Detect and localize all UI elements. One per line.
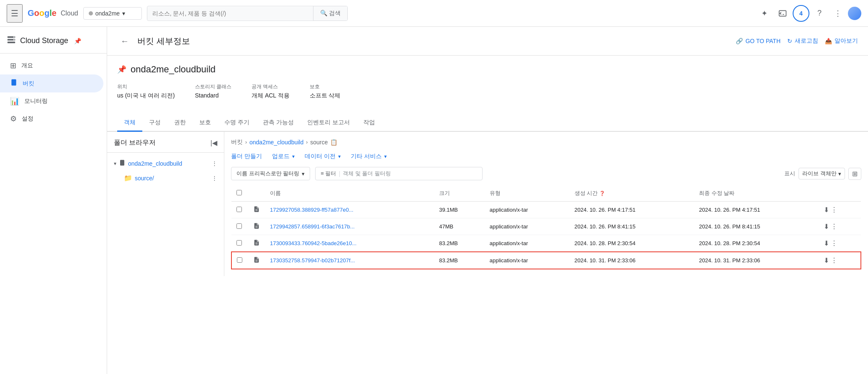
view-grid-button[interactable]: ⊞ — [848, 168, 861, 180]
sparkle-button[interactable]: ✦ — [756, 5, 773, 22]
row-checkbox-cell — [231, 218, 248, 235]
file-name-link[interactable]: 1729927058.388929-ff57a877e0... — [270, 207, 353, 213]
root-folder-more[interactable]: ⋮ — [212, 160, 217, 167]
row-checkbox[interactable] — [236, 223, 242, 229]
search-input[interactable] — [147, 7, 313, 20]
help-button[interactable]: ? — [811, 5, 828, 22]
bucket-pin-icon: 📌 — [117, 65, 126, 74]
terminal-button[interactable] — [774, 5, 791, 22]
sidebar-item-monitoring[interactable]: 📊 모니터링 — [0, 92, 103, 110]
refresh-icon: ↻ — [787, 38, 792, 44]
download-button[interactable]: ⬇ — [824, 239, 829, 247]
dropdown-icon: ▾ — [122, 10, 125, 17]
folder-browser-title: 폴더 브라우저 — [114, 138, 156, 147]
action-bar: 폴더 만들기 업로드 ▾ 데이터 이전 ▾ 기타 서비스 ▾ — [231, 153, 861, 160]
breadcrumb: 버킷 › onda2me_cloudbuild › source 📋 — [231, 138, 861, 146]
view-select[interactable]: 라이브 객체만 ▾ — [799, 168, 845, 179]
bucket-name-row: 📌 onda2me_cloudbuild — [117, 64, 858, 75]
file-icon — [253, 258, 260, 264]
folder-item-root[interactable]: ▾ onda2me_cloudbuild ⋮ — [107, 156, 224, 171]
upload-button[interactable]: 업로드 ▾ — [272, 153, 295, 160]
other-services-button[interactable]: 기타 서비스 ▾ — [351, 153, 387, 160]
th-icon — [248, 185, 265, 202]
row-more-button[interactable]: ⋮ — [831, 206, 837, 214]
root-folder-name[interactable]: onda2me_cloudbuild — [128, 160, 182, 167]
row-more-button[interactable]: ⋮ — [831, 256, 837, 264]
row-checkbox[interactable] — [237, 257, 242, 263]
row-created-cell: 2024. 10. 28. PM 2:30:54 — [570, 235, 694, 252]
name-filter-select[interactable]: 이름 프리픽스로만 필터링 ▾ — [231, 167, 310, 180]
file-name-link[interactable]: 1730093433.760942-5bade26e10... — [270, 240, 357, 246]
row-more-button[interactable]: ⋮ — [831, 223, 837, 231]
project-selector[interactable]: onda2me ▾ — [83, 7, 142, 20]
download-button[interactable]: ⬇ — [824, 256, 829, 264]
tab-permissions[interactable]: 권한 — [167, 115, 193, 132]
create-folder-button[interactable]: 폴더 만들기 — [231, 153, 262, 160]
th-type[interactable]: 유형 — [485, 185, 570, 202]
view-value: 라이브 객체만 — [802, 170, 837, 177]
select-all-checkbox[interactable] — [236, 190, 242, 195]
refresh-button[interactable]: ↻ 새로고침 — [787, 37, 818, 45]
notification-button[interactable]: 4 — [793, 5, 809, 22]
th-name[interactable]: 이름 — [265, 185, 434, 202]
row-type-cell: application/x-tar — [485, 252, 570, 269]
file-icon — [253, 241, 260, 247]
subfolder-item-source[interactable]: 📁 source/ ⋮ — [107, 171, 224, 185]
storage-class-value: Standard — [195, 92, 231, 99]
download-button[interactable]: ⬇ — [824, 206, 829, 214]
help-icon[interactable]: ❓ — [599, 191, 605, 196]
row-type-cell: application/x-tar — [485, 235, 570, 252]
hamburger-menu[interactable]: ☰ — [7, 4, 23, 23]
filter-placeholder[interactable]: 객체 및 폴더 필터링 — [343, 170, 391, 177]
row-icon-cell — [248, 202, 265, 218]
collapse-button[interactable]: |◀ — [211, 139, 217, 147]
row-icon-cell — [248, 252, 265, 269]
tab-config[interactable]: 구성 — [142, 115, 167, 132]
transfer-arrow: ▾ — [338, 154, 341, 159]
th-size[interactable]: 크기 — [434, 185, 485, 202]
avatar[interactable] — [848, 7, 861, 20]
breadcrumb-folder: source — [310, 139, 328, 146]
row-more-button[interactable]: ⋮ — [831, 239, 837, 247]
file-name-link[interactable]: 1730352758.579947-b02b71207f... — [270, 257, 355, 264]
storage-class-label: 스토리지 클래스 — [195, 83, 231, 90]
sidebar: Cloud Storage 📌 ⊞ 개요 버킷 📊 모니터링 ⚙ — [0, 27, 107, 374]
row-checkbox-cell — [231, 235, 248, 252]
row-checkbox[interactable] — [236, 240, 242, 246]
sidebar-item-overview[interactable]: ⊞ 개요 — [0, 57, 103, 74]
top-nav: ☰ Google Cloud onda2me ▾ 🔍 🔍 검색검색 ✦ 4 ? … — [0, 0, 868, 27]
breadcrumb-copy-icon[interactable]: 📋 — [330, 139, 337, 146]
more-options-button[interactable]: ⋮ — [829, 5, 846, 22]
th-created[interactable]: 생성 시간 ❓ — [570, 185, 694, 202]
tab-jobs[interactable]: 작업 — [357, 115, 382, 132]
download-button[interactable]: ⬇ — [824, 223, 829, 231]
row-size-cell: 39.1MB — [434, 202, 485, 218]
row-name-cell: 1730093433.760942-5bade26e10... — [265, 235, 434, 252]
goto-path-button[interactable]: 🔗 GO TO PATH — [736, 38, 781, 44]
row-modified-cell: 2024. 10. 26. PM 4:17:51 — [694, 202, 819, 218]
bucket-info: 📌 onda2me_cloudbuild 위치 us (미국 내 여러 리전) … — [107, 56, 868, 108]
sidebar-item-settings[interactable]: ⚙ 설정 — [0, 110, 103, 128]
tab-inventory[interactable]: 인벤토리 보고서 — [300, 115, 357, 132]
th-modified[interactable]: 최종 수정 날짜 — [694, 185, 819, 202]
tab-objects[interactable]: 객체 — [117, 115, 142, 132]
folder-browser-header: 폴더 브라우저 |◀ — [107, 138, 224, 153]
subfolder-name[interactable]: source/ — [135, 175, 154, 182]
main-content: ← 버킷 세부정보 🔗 GO TO PATH ↻ 새로고침 📤 알아보기 — [107, 27, 868, 374]
app-layout: Cloud Storage 📌 ⊞ 개요 버킷 📊 모니터링 ⚙ — [0, 27, 868, 374]
data-transfer-button[interactable]: 데이터 이전 ▾ — [305, 153, 341, 160]
breadcrumb-bucket-link[interactable]: onda2me_cloudbuild — [249, 139, 303, 146]
sidebar-item-buckets[interactable]: 버킷 — [0, 74, 103, 92]
row-checkbox[interactable] — [236, 207, 242, 212]
search-button[interactable]: 🔍 🔍 검색검색 — [313, 6, 347, 20]
learn-button[interactable]: 📤 알아보기 — [825, 37, 858, 45]
tab-observability[interactable]: 관측 가능성 — [256, 115, 300, 132]
tab-lifecycle[interactable]: 수명 주기 — [218, 115, 256, 132]
subfolder-more[interactable]: ⋮ — [212, 175, 217, 181]
meta-protection: 보호 소프트 삭제 — [310, 83, 341, 100]
google-cloud-logo[interactable]: Google Cloud — [28, 8, 78, 18]
access-value: 개체 ACL 적용 — [252, 92, 290, 100]
file-name-link[interactable]: 1729942857.658991-6f3ac7617b... — [270, 223, 354, 230]
tab-security[interactable]: 보호 — [193, 115, 218, 132]
back-button[interactable]: ← — [117, 33, 132, 49]
